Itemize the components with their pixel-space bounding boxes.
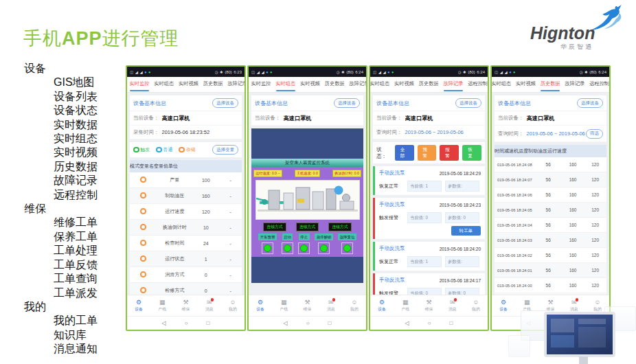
recents-icon[interactable]: □ (328, 320, 332, 326)
app-tab[interactable]: 历史数据 (322, 77, 347, 92)
app-tab[interactable]: 实时组态 (369, 77, 392, 92)
back-icon[interactable]: ◁ (284, 320, 288, 326)
table-row[interactable]: 019-05-06 18:24:00 56 160 120 (495, 278, 606, 293)
nav-item[interactable]: ☺ 我的 (464, 295, 488, 316)
hmi-mode-button[interactable]: 连续方式 (263, 223, 286, 231)
status-filter-button[interactable]: 恢复 (462, 145, 481, 161)
hmi-control-button[interactable]: 故障复位 (338, 234, 356, 240)
android-nav-bar: ◁○□ (249, 316, 366, 330)
table-row[interactable]: 019-05-06 18:24:07 56 160 120 (495, 172, 606, 187)
table-row[interactable]: 检查时间 24 - (130, 236, 242, 251)
app-tab[interactable]: 远程控制 (587, 77, 609, 92)
recents-icon[interactable]: □ (450, 320, 453, 326)
variable-table-header: 模式变量名变量值单位 (130, 160, 242, 172)
hmi-mode-button[interactable]: 连续方式 (296, 223, 319, 231)
nav-item[interactable]: ▦ 产线 (272, 295, 295, 316)
select-device-button[interactable]: 选择设备 (455, 98, 481, 108)
app-tab[interactable]: 历史数据 (416, 77, 441, 92)
table-row[interactable]: 019-05-06 18:24:06 56 160 120 (495, 187, 606, 203)
fault-name: 手动反洗泵 (379, 277, 405, 284)
nav-item[interactable]: ▦ 产线 (394, 295, 417, 316)
nav-item[interactable]: ⚙ 设备 (370, 295, 394, 316)
current-value-chip: 当前值: 0 (407, 288, 442, 295)
nav-item[interactable]: ⚒ 维保 (417, 295, 440, 316)
home-icon[interactable]: ○ (306, 320, 310, 326)
select-device-button[interactable]: 选择设备 (212, 98, 238, 108)
fault-record-card[interactable]: 手动反洗泵 2019-05-06 18:24:29 恢复正常 当前值: 1 参数… (373, 166, 485, 195)
app-tab[interactable]: 历史数据 (201, 77, 225, 92)
status-filter-button[interactable]: 报警 (440, 145, 459, 161)
table-row[interactable]: 检修方式 0 - (130, 283, 242, 295)
home-icon[interactable]: ○ (185, 320, 188, 326)
table-row[interactable]: 制动油压 160 - (130, 188, 242, 204)
hmi-mode-button[interactable]: 连续方式 (328, 223, 351, 231)
table-row[interactable]: 019-05-06 18:24:05 56 160 120 (495, 203, 606, 218)
gearbox-temp: 56 (535, 192, 562, 197)
nav-item[interactable]: ⚙ 设备 (249, 295, 272, 316)
app-tab[interactable]: 实时视频 (177, 77, 201, 92)
hmi-control-button[interactable]: 急停解锁 (315, 234, 333, 240)
nav-item[interactable]: ☺ 我的 (343, 295, 366, 316)
nav-item[interactable]: ✉ 消息 (198, 295, 221, 316)
nav-item[interactable]: ⚙ 设备 (127, 295, 150, 316)
recents-icon[interactable]: □ (207, 320, 210, 326)
table-row[interactable]: 运行速度 120 - (130, 204, 242, 220)
sidebar-item: GIS地图 (54, 76, 98, 89)
app-tab[interactable]: 实时组态 (273, 77, 298, 92)
table-row[interactable]: 019-05-06 18:24:03 56 160 120 (495, 233, 606, 248)
storage-mode-icon (140, 177, 146, 183)
select-device-button[interactable]: 选择设备 (577, 98, 603, 108)
back-icon[interactable]: ◁ (405, 320, 409, 326)
app-tab[interactable]: 故障记录 (563, 77, 587, 92)
fault-record-card[interactable]: 手动反洗泵 2019-05-06 18:24:17 触发报警 当前值: 0 参数… (373, 273, 485, 295)
hmi-control-button[interactable]: 开车预警 (258, 234, 277, 240)
hmi-control-button[interactable]: 启动 (282, 234, 293, 240)
nav-item[interactable]: ⚒ 维保 (174, 295, 197, 316)
home-icon[interactable]: ○ (428, 320, 431, 326)
fault-record-card[interactable]: 手动反洗泵 2019-05-06 18:24:20 恢复正常 当前值: 1 参数… (373, 242, 485, 271)
storage-mode-icon (140, 208, 146, 214)
status-filter-button[interactable]: 预警 (418, 145, 437, 161)
nav-item[interactable]: ▦ 产线 (150, 295, 174, 316)
nav-label: 设备 (135, 306, 143, 312)
app-tab[interactable]: 故障记录 (225, 77, 245, 92)
select-variable-button[interactable]: 选择变量 (212, 145, 238, 155)
back-icon[interactable]: ◁ (162, 320, 166, 326)
app-tab[interactable]: 实时监控 (249, 77, 273, 92)
to-workorder-button[interactable]: 转工单 (451, 226, 481, 236)
nav-item[interactable]: ✉ 消息 (319, 295, 343, 316)
table-row[interactable]: 润滑方式 0 - (130, 267, 242, 283)
table-row[interactable]: 产量 100 - (130, 172, 242, 188)
table-row[interactable]: 019-05-06 18:24:02 56 160 120 (495, 248, 606, 263)
app-tab[interactable]: 实时组态 (152, 77, 177, 92)
filter-button[interactable]: 筛选 (586, 129, 603, 139)
table-row[interactable]: 运行状态 1 - (130, 251, 242, 267)
table-row[interactable]: 019-05-06 18:24:08 56 160 120 (495, 157, 606, 172)
app-tab[interactable]: 故障记录 (441, 77, 466, 92)
nav-item[interactable]: ⚒ 维保 (295, 295, 319, 316)
app-tab[interactable]: 实时视频 (298, 77, 323, 92)
table-row[interactable]: 019-05-06 18:24:04 56 160 120 (495, 218, 606, 233)
fault-record-card[interactable]: 手动反洗泵 2019-05-06 18:24:23 触发报警 当前值: 0 参数… (373, 198, 485, 239)
app-tab[interactable]: 实时监控 (127, 77, 152, 92)
app-tab[interactable]: 历史数据 (538, 77, 563, 92)
app-tab[interactable]: 远程控制 (466, 77, 488, 92)
app-tab-bar: 实时监控实时组态实时视频历史数据故障记录远程控制 (249, 77, 366, 93)
app-tab[interactable]: 实时视频 (514, 77, 538, 92)
nav-item[interactable]: ✉ 消息 (441, 295, 464, 316)
status-filter-button[interactable]: 全部 (395, 145, 414, 161)
decoration-monitor-stand (579, 356, 588, 364)
nav-label: 设备 (378, 306, 386, 312)
app-tab[interactable]: 实时组态 (490, 77, 514, 92)
hmi-control-button[interactable]: 停止 (299, 234, 310, 240)
nav-item[interactable]: ☺ 我的 (221, 295, 245, 316)
app-tab[interactable]: 故障记录 (347, 77, 366, 92)
history-time: 019-05-06 18:24:05 (495, 208, 535, 212)
app-tab[interactable]: 实时视频 (392, 77, 417, 92)
table-row[interactable]: 换油倒计时 10 - (130, 220, 242, 236)
table-row[interactable]: 019-05-06 18:24:01 56 160 120 (495, 263, 606, 278)
select-device-button[interactable]: 选择设备 (334, 98, 360, 108)
history-time: 019-05-06 18:24:04 (495, 223, 535, 227)
run-speed: 120 (584, 192, 606, 197)
status-filter-row: 状态： 全部预警报警恢复 (373, 142, 485, 163)
